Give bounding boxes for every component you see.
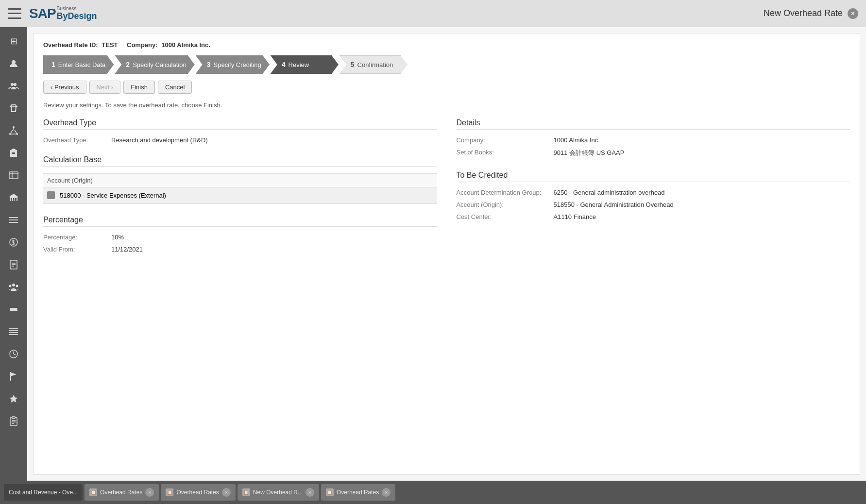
wizard-step-3[interactable]: 3 Specify Crediting bbox=[196, 55, 270, 74]
sidebar-item-notepad[interactable] bbox=[3, 411, 24, 431]
review-grid: Overhead Type Overhead Type: Research an… bbox=[43, 118, 850, 258]
taskbar-tab-1-close[interactable]: × bbox=[145, 488, 154, 497]
previous-button[interactable]: ‹ Previous bbox=[43, 81, 86, 94]
svg-point-5 bbox=[16, 133, 18, 135]
taskbar-tab-4[interactable]: 📋 Overhead Rates × bbox=[321, 484, 395, 501]
step-5-num: 5 bbox=[351, 61, 355, 68]
sap-logo-text: SAP bbox=[29, 6, 56, 21]
sidebar-item-clock[interactable] bbox=[3, 344, 24, 364]
overhead-type-value: Research and development (R&D) bbox=[111, 136, 208, 144]
svg-line-34 bbox=[14, 354, 16, 355]
company-detail-label: Company: bbox=[457, 136, 554, 144]
overhead-type-section: Overhead Type Overhead Type: Research an… bbox=[43, 118, 437, 144]
sidebar-item-team[interactable] bbox=[3, 277, 24, 297]
set-of-books-value: 9011 会計帳簿 US GAAP bbox=[554, 149, 625, 157]
window-title-area: New Overhead Rate × bbox=[764, 8, 858, 19]
svg-point-2 bbox=[14, 83, 17, 86]
action-buttons: ‹ Previous Next › Finish Cancel bbox=[43, 81, 850, 94]
finish-button[interactable]: Finish bbox=[123, 81, 155, 94]
taskbar-tab-1[interactable]: 📋 Overhead Rates × bbox=[85, 484, 159, 501]
taskbar-tab-4-close[interactable]: × bbox=[382, 488, 391, 497]
sidebar-item-home[interactable]: ⊞ bbox=[3, 31, 24, 51]
valid-from-label: Valid From: bbox=[43, 246, 111, 253]
step-1-label: Enter Basic Data bbox=[58, 61, 106, 68]
to-be-credited-title: To Be Credited bbox=[457, 171, 850, 182]
wizard-step-5[interactable]: 5 Confirmation bbox=[340, 55, 408, 74]
percentage-value: 10% bbox=[111, 234, 124, 241]
calculation-base-section: Calculation Base Account (Origin) 518000… bbox=[43, 155, 437, 204]
instruction-text: Review your settings. To save the overhe… bbox=[43, 101, 850, 109]
step-5-label: Confirmation bbox=[357, 61, 393, 68]
taskbar-tab-2-label: Overhead Rates bbox=[176, 489, 219, 496]
taskbar-tab-1-label: Overhead Rates bbox=[100, 489, 142, 496]
tab-3-icon: 📋 bbox=[242, 488, 250, 496]
sidebar-item-recycle[interactable] bbox=[3, 98, 24, 118]
step-4-label: Review bbox=[289, 61, 309, 68]
wizard-step-1[interactable]: 1 Enter Basic Data bbox=[43, 55, 114, 74]
taskbar-tab-3-close[interactable]: × bbox=[306, 488, 314, 497]
calc-base-row-1-value: 518000 - Service Expenses (External) bbox=[60, 192, 166, 199]
sidebar-item-dollar[interactable]: $ bbox=[3, 232, 24, 252]
acct-origin-row: Account (Origin): 518550 - General Admin… bbox=[457, 201, 850, 208]
taskbar-tab-0-label: Cost and Revenue - Ove... bbox=[9, 489, 78, 496]
details-title: Details bbox=[457, 118, 850, 130]
set-of-books-label: Set of Books: bbox=[457, 149, 554, 157]
sidebar-item-table[interactable] bbox=[3, 165, 24, 185]
acct-origin-value: 518550 - General Administration Overhead bbox=[554, 201, 674, 208]
sidebar-item-list[interactable] bbox=[3, 210, 24, 230]
wizard-step-2[interactable]: 2 Specify Calculation bbox=[115, 55, 194, 74]
table-line bbox=[43, 203, 437, 204]
business-label: Business bbox=[57, 6, 97, 11]
sidebar-item-building[interactable] bbox=[3, 143, 24, 163]
svg-text:$: $ bbox=[12, 239, 15, 246]
cost-center-value: A1110 Finance bbox=[554, 213, 596, 220]
sidebar-item-people[interactable] bbox=[3, 53, 24, 74]
step-2-label: Specify Calculation bbox=[133, 61, 187, 68]
window-close-button[interactable]: × bbox=[848, 8, 858, 19]
overhead-type-title: Overhead Type bbox=[43, 118, 437, 130]
svg-point-1 bbox=[11, 83, 14, 86]
svg-point-27 bbox=[16, 285, 18, 287]
left-column: Overhead Type Overhead Type: Research an… bbox=[43, 118, 437, 258]
overhead-type-row: Overhead Type: Research and development … bbox=[43, 136, 437, 144]
content-area: Overhead Rate ID: TEST Company: 1000 Alm… bbox=[27, 27, 866, 481]
bydesign-label: ByDesign bbox=[57, 11, 97, 21]
sidebar-item-doc[interactable] bbox=[3, 254, 24, 275]
details-section: Details Company: 1000 Almika Inc. Set of… bbox=[457, 118, 850, 157]
acct-det-group-row: Account Determination Group: 6250 - Gene… bbox=[457, 189, 850, 196]
company-detail-value: 1000 Almika Inc. bbox=[554, 136, 600, 144]
sidebar-item-flag[interactable] bbox=[3, 366, 24, 386]
taskbar-tab-3-label: New Overhead R... bbox=[253, 489, 303, 496]
sidebar-item-lines[interactable] bbox=[3, 321, 24, 342]
tab-1-icon: 📋 bbox=[89, 488, 97, 496]
next-button[interactable]: Next › bbox=[89, 81, 121, 94]
taskbar-tab-3[interactable]: 📋 New Overhead R... × bbox=[238, 484, 319, 501]
svg-point-3 bbox=[13, 126, 15, 128]
taskbar-tab-2-close[interactable]: × bbox=[222, 488, 231, 497]
sidebar-item-announce[interactable] bbox=[3, 299, 24, 319]
taskbar-tab-2[interactable]: 📋 Overhead Rates × bbox=[161, 484, 235, 501]
percentage-title: Percentage bbox=[43, 216, 437, 227]
taskbar-tab-0[interactable]: Cost and Revenue - Ove... bbox=[4, 484, 83, 501]
percentage-section: Percentage Percentage: 10% Valid From: 1… bbox=[43, 216, 437, 253]
overhead-id-value: TEST bbox=[102, 41, 118, 49]
sidebar-item-network[interactable] bbox=[3, 120, 24, 141]
sidebar-item-group[interactable] bbox=[3, 76, 24, 96]
hamburger-menu[interactable] bbox=[8, 8, 21, 19]
sidebar: ⊞ $ bbox=[0, 27, 27, 481]
step-2-num: 2 bbox=[126, 61, 130, 68]
svg-rect-38 bbox=[12, 417, 15, 419]
calc-base-col-header: Account (Origin) bbox=[43, 173, 437, 187]
wizard-step-4[interactable]: 4 Review bbox=[271, 55, 339, 74]
tab-4-icon: 📋 bbox=[326, 488, 334, 496]
step-3-num: 3 bbox=[207, 61, 211, 68]
cost-center-label: Cost Center: bbox=[457, 213, 554, 220]
valid-from-row: Valid From: 11/12/2021 bbox=[43, 246, 437, 253]
taskbar-tab-4-label: Overhead Rates bbox=[337, 489, 379, 496]
sidebar-item-star[interactable] bbox=[3, 388, 24, 409]
to-be-credited-section: To Be Credited Account Determination Gro… bbox=[457, 171, 850, 220]
set-of-books-row: Set of Books: 9011 会計帳簿 US GAAP bbox=[457, 149, 850, 157]
right-column: Details Company: 1000 Almika Inc. Set of… bbox=[457, 118, 850, 258]
sidebar-item-bank[interactable] bbox=[3, 187, 24, 208]
cancel-button[interactable]: Cancel bbox=[158, 81, 192, 94]
